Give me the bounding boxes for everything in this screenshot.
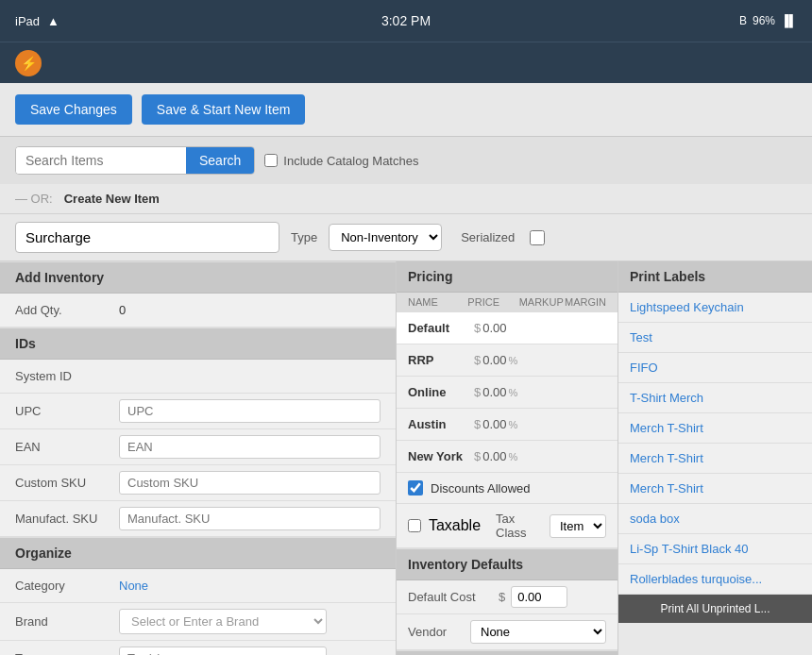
taxable-checkbox[interactable] (408, 518, 421, 533)
device-label: iPad (15, 14, 40, 28)
discounts-label: Discounts Allowed (431, 481, 531, 495)
pricing-header: Pricing (397, 261, 617, 293)
manufact-sku-row: Manufact. SKU (0, 501, 396, 537)
tags-input[interactable] (119, 647, 327, 655)
toolbar: Save Changes Save & Start New Item (0, 83, 812, 137)
auto-reorder-header: Automatic Re-Ordering (397, 650, 617, 655)
create-new-label: Create New Item (64, 192, 160, 206)
create-section: Create New Item (0, 184, 812, 214)
serialized-checkbox[interactable] (530, 230, 545, 245)
vendor-select[interactable]: None (470, 620, 606, 644)
system-id-label: System ID (15, 369, 119, 383)
price-value-newyork: 0.00 (482, 449, 506, 463)
category-row: Category None (0, 569, 396, 603)
upc-row: UPC (0, 394, 396, 429)
search-button[interactable]: Search (186, 147, 254, 174)
logo-bar: ⚡ (0, 42, 812, 83)
brand-row: Brand Select or Enter a Brand (0, 603, 396, 641)
list-item[interactable]: FIFO (618, 353, 812, 383)
price-pct-newyork: % (509, 451, 518, 462)
tax-class-label: Tax Class (496, 512, 542, 540)
manufact-sku-input[interactable] (119, 507, 381, 530)
taxable-label: Taxable (429, 517, 481, 534)
price-name-austin: Austin (408, 417, 474, 431)
price-symbol-online: $ (474, 385, 481, 399)
upc-input[interactable] (119, 399, 381, 423)
price-symbol-rrp: $ (474, 353, 481, 367)
search-bar: Search Include Catalog Matches (0, 137, 812, 184)
vendor-row: Vendor None (397, 614, 617, 650)
custom-sku-input[interactable] (119, 471, 381, 495)
print-all-button[interactable]: Print All Unprinted L... (618, 595, 812, 623)
left-panel: Add Inventory Add Qty. IDs System ID UPC… (0, 261, 397, 655)
list-item[interactable]: Merch T-Shirt (618, 474, 812, 504)
list-item[interactable]: Test (618, 323, 812, 353)
ean-row: EAN (0, 429, 396, 465)
col-markup-header: MARKUP (519, 296, 564, 308)
pricing-row-austin: Austin $ 0.00 % (397, 409, 617, 441)
vendor-label: Vendor (408, 625, 465, 639)
ean-input[interactable] (119, 435, 381, 459)
tags-row: Tags (0, 641, 396, 655)
default-cost-input[interactable] (511, 586, 567, 608)
pricing-row-rrp: RRP $ 0.00 % (397, 344, 617, 377)
print-labels-header: Print Labels (618, 261, 812, 293)
item-name-input[interactable] (15, 222, 279, 253)
ids-header: IDs (0, 328, 396, 360)
cost-dollar-sign: $ (499, 590, 505, 604)
app-logo[interactable]: ⚡ (15, 50, 42, 76)
search-input[interactable] (16, 147, 186, 174)
add-qty-label: Add Qty. (15, 303, 119, 317)
status-bar-time: 3:02 PM (381, 13, 431, 28)
save-changes-button[interactable]: Save Changes (15, 94, 132, 125)
item-name-row: Type Non-Inventory Serialized (0, 214, 812, 261)
pricing-col-headers: NAME PRICE MARKUP MARGIN (397, 293, 617, 312)
list-item[interactable]: soda box (618, 504, 812, 534)
type-label: Type (291, 230, 317, 244)
col-margin-header: MARGIN (564, 296, 606, 308)
add-qty-input[interactable] (119, 303, 176, 317)
list-item[interactable]: Li-Sp T-Shirt Black 40 (618, 534, 812, 564)
add-qty-row: Add Qty. (0, 294, 396, 328)
col-price-header: PRICE (467, 296, 518, 308)
tags-label: Tags (15, 651, 119, 655)
taxable-row: Taxable Tax Class Item (397, 504, 617, 548)
middle-panel: Pricing NAME PRICE MARKUP MARGIN Default… (397, 261, 618, 655)
list-item[interactable]: Lightspeed Keychain (618, 293, 812, 323)
price-name-newyork: New York (408, 449, 474, 463)
serialized-label: Serialized (461, 230, 515, 244)
battery-label: 96% (753, 14, 775, 27)
tax-class-select[interactable]: Item (550, 514, 606, 538)
price-name-online: Online (408, 385, 474, 399)
add-inventory-header: Add Inventory (0, 261, 396, 294)
price-symbol-austin: $ (474, 417, 481, 431)
brand-select[interactable]: Select or Enter a Brand (119, 609, 327, 634)
catalog-check-label[interactable]: Include Catalog Matches (264, 154, 418, 168)
list-item[interactable]: Merch T-Shirt (618, 444, 812, 474)
price-value-online: 0.00 (482, 385, 506, 399)
catalog-check-text: Include Catalog Matches (283, 154, 418, 168)
right-panel: Print Labels Lightspeed Keychain Test FI… (618, 261, 812, 655)
category-label: Category (15, 579, 119, 593)
organize-header: Organize (0, 537, 396, 569)
type-select[interactable]: Non-Inventory (329, 224, 442, 251)
price-pct-online: % (509, 387, 518, 398)
custom-sku-row: Custom SKU (0, 465, 396, 501)
status-bar-right: B 96% ▐▌ (739, 14, 797, 27)
list-item[interactable]: Merch T-Shirt (618, 413, 812, 444)
price-pct-rrp: % (509, 355, 518, 366)
default-cost-label: Default Cost (408, 590, 493, 604)
bluetooth-icon: B (739, 14, 747, 27)
catalog-checkbox[interactable] (264, 154, 278, 167)
price-value-austin: 0.00 (482, 417, 506, 431)
price-symbol-default: $ (474, 321, 481, 335)
system-id-row: System ID (0, 360, 396, 394)
discounts-checkbox[interactable] (408, 480, 423, 495)
pricing-row-online: Online $ 0.00 % (397, 377, 617, 409)
category-value[interactable]: None (119, 579, 148, 593)
save-start-new-button[interactable]: Save & Start New Item (142, 94, 306, 125)
price-symbol-newyork: $ (474, 449, 481, 463)
list-item[interactable]: T-Shirt Merch (618, 383, 812, 413)
price-value-rrp: 0.00 (482, 353, 506, 367)
list-item[interactable]: Rollerblades turquoise... (618, 564, 812, 595)
